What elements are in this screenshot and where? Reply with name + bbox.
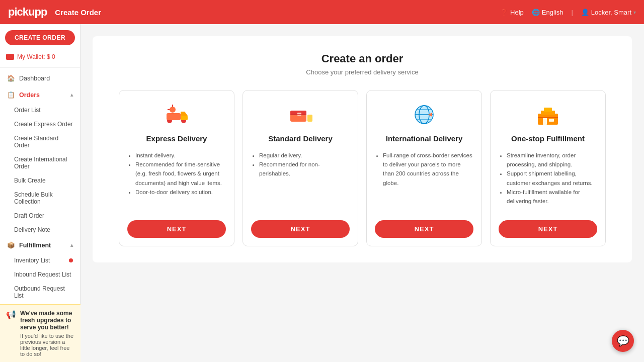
create-order-title: Create an order bbox=[105, 52, 620, 65]
svg-point-5 bbox=[170, 107, 176, 113]
express-next-button[interactable]: NEXT bbox=[127, 220, 226, 238]
sidebar-item-create-standard-order[interactable]: Create Standard Order bbox=[0, 131, 80, 152]
megaphone-icon: 📢 bbox=[6, 310, 16, 319]
international-card-features: Full-range of cross-border services to d… bbox=[375, 151, 473, 211]
fulfillment-icon: 📦 bbox=[7, 241, 15, 249]
wallet-balance[interactable]: My Wallet: $ 0 bbox=[0, 51, 80, 65]
wallet-icon bbox=[6, 54, 14, 60]
language-button[interactable]: 🌐 English bbox=[532, 9, 564, 16]
page-title: Create Order bbox=[55, 8, 500, 17]
chevron-up-icon: ▴ bbox=[70, 92, 73, 98]
notification-title: We've made some fresh upgrades to serve … bbox=[20, 310, 74, 331]
international-next-button[interactable]: NEXT bbox=[375, 220, 473, 238]
express-card-title: Express Delivery bbox=[146, 134, 207, 144]
svg-rect-2 bbox=[167, 113, 181, 120]
svg-rect-24 bbox=[549, 119, 554, 122]
express-icon bbox=[163, 101, 191, 129]
user-icon: 👤 bbox=[581, 9, 589, 16]
sidebar-item-inventory-list[interactable]: Inventory List bbox=[0, 253, 80, 267]
one-stop-next-button[interactable]: NEXT bbox=[499, 220, 597, 238]
svg-rect-10 bbox=[297, 113, 301, 116]
express-card-features: Instant delivery. Recommended for time-s… bbox=[127, 151, 226, 211]
sidebar-item-create-express-order[interactable]: Create Express Order bbox=[0, 117, 80, 131]
svg-marker-4 bbox=[181, 112, 188, 116]
express-delivery-card: Express Delivery Instant delivery. Recom… bbox=[119, 90, 234, 246]
help-icon: ❓ bbox=[500, 9, 508, 16]
notification-badge bbox=[69, 258, 73, 262]
chat-icon: 💬 bbox=[617, 335, 629, 347]
sidebar-section-orders[interactable]: 📋 Orders ▴ bbox=[0, 86, 80, 103]
standard-icon bbox=[286, 101, 314, 129]
standard-card-title: Standard Delivery bbox=[268, 134, 333, 144]
one-stop-icon bbox=[534, 101, 562, 129]
sidebar-item-bulk-create[interactable]: Bulk Create bbox=[0, 173, 80, 188]
sidebar-item-schedule-bulk-collection[interactable]: Schedule Bulk Collection bbox=[0, 188, 80, 209]
create-order-button[interactable]: CREATE ORDER bbox=[5, 30, 75, 45]
svg-rect-20 bbox=[538, 114, 558, 125]
chevron-up-icon: ▴ bbox=[70, 242, 73, 248]
help-button[interactable]: ❓ Help bbox=[500, 9, 524, 16]
standard-delivery-card: Standard Delivery Regular delivery. Reco… bbox=[243, 90, 358, 246]
user-menu-button[interactable]: 👤 Locker, Smart ▾ bbox=[581, 9, 636, 16]
logo: pickupp bbox=[8, 6, 47, 19]
delivery-cards: Express Delivery Instant delivery. Recom… bbox=[105, 90, 620, 246]
svg-rect-11 bbox=[307, 115, 312, 122]
notification-panel: 📢 We've made some fresh upgrades to serv… bbox=[0, 304, 80, 362]
standard-card-features: Regular delivery. Recommended for non-pe… bbox=[251, 151, 350, 211]
notification-body: If you'd like to use the previous versio… bbox=[20, 333, 74, 357]
chevron-down-icon: ▾ bbox=[633, 10, 636, 15]
globe-icon: 🌐 bbox=[532, 9, 540, 16]
sidebar-item-inbound-request-list[interactable]: Inbound Request List bbox=[0, 267, 80, 282]
sidebar-item-create-international-order[interactable]: Create International Order bbox=[0, 152, 80, 173]
sidebar-item-draft-order[interactable]: Draft Order bbox=[0, 209, 80, 223]
sidebar-item-dashboard[interactable]: 🏠 Dashboard bbox=[0, 70, 80, 86]
divider bbox=[0, 67, 80, 68]
home-icon: 🏠 bbox=[7, 74, 15, 82]
international-icon bbox=[410, 101, 438, 129]
svg-rect-3 bbox=[181, 116, 188, 120]
svg-rect-23 bbox=[543, 118, 547, 125]
standard-next-button[interactable]: NEXT bbox=[251, 220, 350, 238]
create-order-subtitle: Choose your preferred delivery service bbox=[105, 68, 620, 76]
sidebar-item-outbound-request-list[interactable]: Outbound Request List bbox=[0, 282, 80, 303]
create-order-container: Create an order Choose your preferred de… bbox=[93, 36, 632, 262]
svg-rect-22 bbox=[544, 108, 552, 112]
main-content: Create an order Choose your preferred de… bbox=[80, 24, 644, 362]
one-stop-card-title: One-stop Fulfillment bbox=[511, 134, 585, 144]
sidebar-section-fulfillment[interactable]: 📦 Fulfillment ▴ bbox=[0, 237, 80, 253]
international-delivery-card: International Delivery Full-range of cro… bbox=[366, 90, 482, 246]
sidebar-item-order-list[interactable]: Order List bbox=[0, 103, 80, 117]
topnav: pickupp Create Order ❓ Help 🌐 English | … bbox=[0, 0, 644, 24]
chat-button[interactable]: 💬 bbox=[612, 330, 634, 352]
orders-icon: 📋 bbox=[7, 91, 15, 99]
international-card-title: International Delivery bbox=[386, 134, 463, 144]
one-stop-card-features: Streamline inventory, order processing, … bbox=[499, 151, 597, 211]
divider: | bbox=[571, 9, 573, 16]
one-stop-fulfillment-card: One-stop Fulfillment Streamline inventor… bbox=[490, 90, 606, 246]
sidebar-item-delivery-note[interactable]: Delivery Note bbox=[0, 223, 80, 237]
